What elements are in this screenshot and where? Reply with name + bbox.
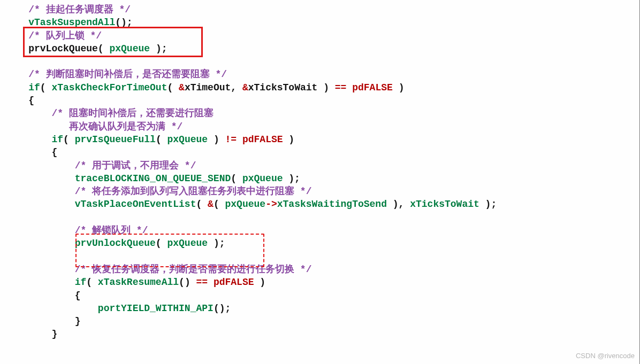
comment: /* 解锁队列 */ [5,225,148,236]
code-pre: /* 挂起任务调度器 */ vTaskSuspendAll(); /* 队列上锁… [5,3,635,341]
watermark-text: CSDN @rivencode [576,351,635,361]
code-block: /* 挂起任务调度器 */ vTaskSuspendAll(); /* 队列上锁… [0,0,640,344]
comment: /* 用于调试，不用理会 */ [5,160,196,171]
comment: /* 将任务添加到队列写入阻塞任务列表中进行阻塞 */ [5,186,311,197]
keyword-if: if [28,82,40,93]
identifier: vTaskSuspendAll [28,17,115,28]
comment: /* 阻塞时间补偿后，还需要进行阻塞 再次确认队列是否为满 */ [5,108,214,131]
comment: /* 判断阻塞时间补偿后，是否还需要阻塞 */ [5,69,227,80]
comment: /* 恢复任务调度器，判断是否需要的进行任务切换 */ [5,264,311,275]
plain-text: prvLockQueue( [28,43,109,54]
comment: /* 挂起任务调度器 */ [5,4,131,15]
comment: /* 队列上锁 */ [5,30,102,41]
